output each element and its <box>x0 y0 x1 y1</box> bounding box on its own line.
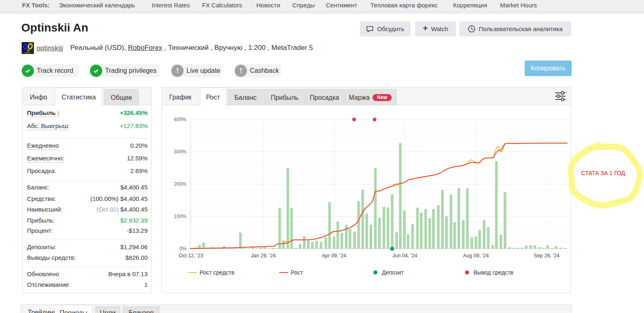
svg-text:0%: 0% <box>180 246 187 252</box>
svg-text:200%: 200% <box>174 181 186 187</box>
svg-text:Apr 09, '24: Apr 09, '24 <box>322 253 346 259</box>
svg-text:Oct 12, '23: Oct 12, '23 <box>179 253 203 259</box>
svg-text:Jan 29, '24: Jan 29, '24 <box>251 253 276 259</box>
svg-text:Aug 09, '24: Aug 09, '24 <box>463 253 489 259</box>
svg-text:400%: 400% <box>174 117 186 122</box>
svg-text:Jun 04, '24: Jun 04, '24 <box>393 253 417 259</box>
svg-text:Рост: Рост <box>291 269 303 276</box>
svg-text:Рост средств: Рост средств <box>200 269 234 276</box>
svg-text:100%: 100% <box>174 214 186 219</box>
svg-text:Вывод средств: Вывод средств <box>473 269 514 276</box>
svg-text:Sep 26, '24: Sep 26, '24 <box>534 253 560 259</box>
svg-text:Депозит: Депозит <box>382 269 404 276</box>
svg-text:300%: 300% <box>174 149 186 155</box>
